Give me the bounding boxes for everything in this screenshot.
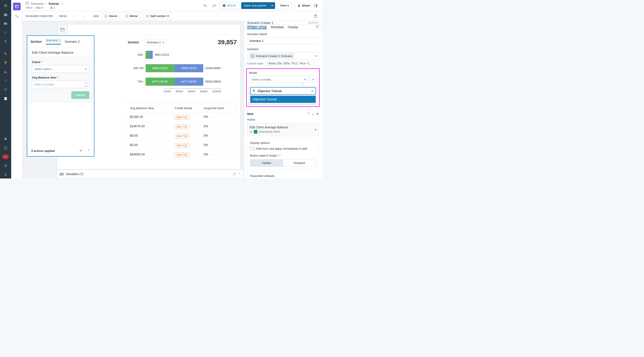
save-publish-button[interactable]: Save and publish (241, 2, 270, 9)
svg-rect-11 (316, 4, 317, 7)
cursor-icon: ☟ (302, 82, 304, 86)
variable-icon: (x) (60, 172, 64, 176)
scenario-chip-input[interactable]: ◇Scenario Creator 1 Scenario ✕ (247, 52, 319, 60)
help-menu[interactable]: Help ▾ (36, 6, 43, 10)
widget-icon (57, 24, 68, 35)
inspector-panel: Scenario Creator 1 WIDGET Widget setup M… (244, 21, 322, 178)
chevron-right-icon: › (46, 2, 46, 5)
rail-bell-icon[interactable] (2, 135, 10, 143)
app-left-rail: ? (0, 0, 11, 178)
hide-form-checkbox[interactable] (250, 147, 254, 150)
save-publish-dropdown[interactable]: ▾ (270, 2, 275, 9)
scenario-name-input[interactable] (247, 37, 319, 44)
collapse-icon[interactable]: ⌃ (88, 149, 90, 152)
sec-rail-layout-icon[interactable] (13, 3, 20, 10)
rail-filter-icon[interactable] (2, 59, 10, 67)
seg-hidden[interactable]: Hidden (250, 160, 283, 166)
stepper-up-icon[interactable]: ▲ (84, 81, 89, 85)
chart-ylabel-1: 640-730 (128, 67, 143, 70)
tab-display[interactable]: Display (288, 25, 298, 29)
rail-chart-icon[interactable] (2, 68, 10, 76)
rail-shuffle-icon[interactable] (2, 171, 10, 178)
table-row[interactable]: $19676.00640-7300% (128, 122, 237, 132)
svg-text:?: ? (5, 147, 6, 149)
display-options-label: Display options (250, 141, 316, 144)
split-section-button[interactable]: Split section ▾ (143, 13, 171, 20)
move-up-icon[interactable]: ↑ (70, 13, 77, 20)
model-clear-button[interactable]: ✕ (310, 76, 317, 83)
rail-search-icon[interactable] (2, 38, 10, 45)
breadcrumb[interactable]: Scenarios › Tutorial ☆ (26, 2, 64, 6)
move-down-icon[interactable]: ↓ (80, 13, 87, 20)
share-button[interactable]: Share (298, 4, 310, 7)
move-label: MOVE (60, 15, 67, 18)
model-dropdown: ✕ Objective Tutorial (249, 86, 317, 104)
tab-widget-setup[interactable]: Widget setup (247, 25, 267, 29)
rail-history-icon[interactable] (2, 29, 10, 36)
rail-code-icon[interactable] (2, 95, 10, 102)
scenario-select[interactable]: Scenario 1▾ (144, 39, 166, 46)
panel-toggle-icon[interactable] (312, 2, 319, 9)
avg-balance-input[interactable]: Enter a number ▲▼ (32, 80, 89, 88)
clear-search-icon[interactable]: ✕ (311, 90, 314, 93)
seg-disabled[interactable]: Disabled (283, 160, 316, 166)
version-button[interactable]: v0.3.0* (220, 2, 239, 9)
code-icon[interactable]: ‹/› (233, 172, 236, 176)
table-row[interactable]: $0.00640-7300% (128, 141, 237, 150)
file-menu[interactable]: File ▾ (26, 6, 32, 10)
chevron-up-icon[interactable]: ⌃ (238, 172, 241, 176)
svg-rect-8 (26, 2, 29, 4)
action-title: Edit Client Average Balance (250, 126, 288, 129)
rail-globe-icon[interactable] (2, 162, 10, 170)
tab-scenario-2[interactable]: Scenario 2 (65, 40, 80, 44)
item-move-up-icon[interactable]: ⌃ (307, 112, 310, 116)
tab-metadata[interactable]: Metadata (271, 25, 284, 29)
item-delete-icon[interactable]: ✕ (316, 112, 319, 116)
add-above-button[interactable]: Above (102, 13, 120, 20)
scenario-chip-label: Scenario Creator 1 Scenario (256, 54, 292, 58)
star-icon[interactable]: ☆ (60, 2, 64, 6)
chart-xtick: 40000 (176, 90, 183, 93)
action-select[interactable]: Edit Client Average Balance on[Scenarios… (247, 123, 319, 136)
model-search-input[interactable] (258, 89, 309, 93)
sec-rail-expand-icon[interactable] (13, 12, 20, 20)
rail-help-icon[interactable]: ? (2, 144, 10, 152)
submit-button[interactable]: Submit (71, 91, 89, 99)
table-header[interactable]: Credit Grade (172, 104, 202, 112)
table-count[interactable]: 1 (50, 6, 55, 10)
rail-search2-icon[interactable] (2, 50, 10, 58)
model-option[interactable]: Objective Tutorial (250, 96, 316, 103)
table-header[interactable]: Avg Balance 3mo (128, 104, 172, 112)
client-select[interactable]: Select option...▾ (32, 65, 89, 73)
rail-menu-icon[interactable] (2, 2, 10, 10)
form-title: Edit Client Average Balance (29, 48, 92, 57)
add-below-button[interactable]: Below (123, 13, 140, 20)
rail-wrench-icon[interactable] (2, 77, 10, 84)
view-button[interactable]: View ▸ (277, 2, 292, 9)
rail-home-icon[interactable] (2, 11, 10, 18)
undo-icon[interactable] (202, 2, 208, 9)
rail-branch-icon[interactable] (2, 86, 10, 94)
redo-icon[interactable] (211, 2, 217, 9)
editor-toolbar: SCENARIO CREATOR MOVE ↑ ↓ ADD Above Belo… (22, 11, 322, 21)
breadcrumb-parent[interactable]: Scenarios (31, 2, 44, 5)
variables-bar[interactable]: (x) Variables (7) ‹/› ⌃ (57, 170, 244, 178)
scenario-edit-panel: Section Scenario 1 Scenario 2 Edit Clien… (27, 35, 94, 156)
delete-widget-icon[interactable] (316, 25, 319, 29)
item-move-down-icon[interactable]: ⌄ (312, 112, 314, 116)
rail-folder-icon[interactable] (2, 20, 10, 27)
chevron-down-icon: ▾ (315, 128, 316, 131)
stepper-down-icon[interactable]: ▼ (84, 85, 89, 88)
table-row[interactable]: $44690.00640-7300% (128, 150, 237, 160)
hide-form-label: Hide form and apply immediately if valid (256, 147, 307, 150)
table-row[interactable]: $0.00640-7300% (128, 132, 237, 141)
param-defaults-label: Parameter defaults (250, 174, 274, 178)
delete-icon[interactable] (312, 13, 319, 20)
rail-user-badge[interactable] (2, 153, 10, 160)
model-select[interactable]: Select a model...▾ (249, 76, 308, 83)
clear-icon[interactable]: ✕ (315, 54, 317, 58)
undo-form-icon[interactable]: ↶ (80, 149, 82, 152)
table-header[interactable]: Acquired Card (202, 104, 237, 112)
tab-scenario-1[interactable]: Scenario 1 (46, 38, 61, 44)
table-row[interactable]: $2186.33640-7300% (128, 113, 237, 122)
